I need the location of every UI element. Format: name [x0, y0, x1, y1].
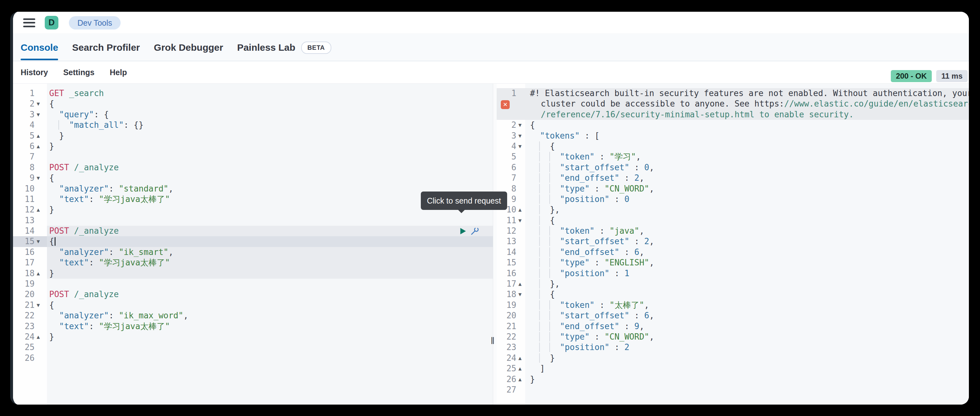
code-line[interactable]: 17▲ },: [497, 279, 969, 289]
gutter-cell: 17: [13, 257, 47, 268]
code-line[interactable]: 9▼{: [13, 173, 493, 183]
code-line[interactable]: 10▲ },: [497, 205, 969, 215]
code-line[interactable]: 3▼ "tokens" : [: [497, 131, 969, 141]
code-line[interactable]: 4 "match_all": {}: [13, 120, 493, 130]
code-line[interactable]: 8 "type" : "CN_WORD",: [497, 184, 969, 194]
code-line[interactable]: 2▼{: [497, 120, 969, 130]
code-line[interactable]: 8POST /_analyze: [13, 162, 493, 173]
code-line[interactable]: 19: [13, 279, 493, 289]
fold-toggle-icon[interactable]: ▲: [516, 279, 523, 289]
fold-spacer: [516, 247, 523, 257]
code-line[interactable]: 4▼ {: [497, 141, 969, 152]
request-options-button[interactable]: [470, 226, 480, 236]
code-line[interactable]: 19 "token" : "太棒了",: [497, 300, 969, 310]
fold-spacer: [35, 289, 42, 300]
line-number: 21: [25, 300, 35, 310]
code-line[interactable]: 20POST /_analyze: [13, 289, 493, 300]
line-number: 27: [506, 384, 516, 395]
menu-history[interactable]: History: [21, 68, 48, 77]
code-line[interactable]: 3▼ "query": {: [13, 110, 493, 120]
code-line[interactable]: 27: [497, 384, 969, 395]
code-line[interactable]: 15 "type" : "ENGLISH",: [497, 257, 969, 268]
fold-toggle-icon[interactable]: ▲: [516, 374, 523, 384]
fold-toggle-icon[interactable]: ▲: [35, 141, 42, 152]
fold-toggle-icon[interactable]: ▼: [35, 173, 42, 183]
send-request-button[interactable]: [458, 226, 468, 236]
code-line[interactable]: 2▼{: [13, 98, 493, 109]
code-line[interactable]: 18▼ {: [497, 289, 969, 300]
code-line[interactable]: 16 "analyzer": "ik_smart",: [13, 247, 493, 257]
fold-toggle-icon[interactable]: ▼: [516, 120, 523, 130]
fold-spacer: [35, 321, 42, 332]
code-line[interactable]: 1GET _search: [13, 88, 493, 98]
gutter-cell: 26: [13, 353, 47, 364]
code-line[interactable]: 13 "start_offset" : 2,: [497, 236, 969, 247]
status-code-badge: 200 - OK: [891, 70, 932, 82]
code-line[interactable]: 24▲ }: [497, 353, 969, 364]
tab-search-profiler[interactable]: Search Profiler: [72, 34, 140, 61]
code-line[interactable]: 18▲}: [13, 268, 493, 279]
code-line[interactable]: 14 "end_offset" : 6,: [497, 247, 969, 257]
fold-toggle-icon[interactable]: ▼: [516, 131, 523, 141]
code-line[interactable]: 12 "token" : "java",: [497, 226, 969, 236]
code-line[interactable]: 5▲ }: [13, 131, 493, 141]
code-line[interactable]: 5 "token" : "学习",: [497, 152, 969, 162]
fold-toggle-icon[interactable]: ▼: [516, 141, 523, 152]
code-line[interactable]: 7 "end_offset" : 2,: [497, 173, 969, 183]
code-line[interactable]: 6 "start_offset" : 0,: [497, 162, 969, 173]
code-line[interactable]: 9 "position" : 0: [497, 194, 969, 205]
menu-icon[interactable]: [23, 18, 35, 27]
tab-console[interactable]: Console: [21, 34, 58, 61]
code-line[interactable]: 23 "text": "学习java太棒了": [13, 321, 493, 332]
code-line[interactable]: 14POST /_analyze: [13, 226, 493, 236]
code-line[interactable]: 25▲ ]: [497, 364, 969, 374]
code-text: #! Elasticsearch built-in security featu…: [525, 88, 969, 120]
code-line[interactable]: 6▲}: [13, 141, 493, 152]
code-line[interactable]: 26: [13, 353, 493, 364]
fold-toggle-icon[interactable]: ▲: [35, 131, 42, 141]
code-line[interactable]: 22 "analyzer": "ik_max_word",: [13, 310, 493, 321]
menu-settings[interactable]: Settings: [63, 68, 95, 77]
fold-toggle-icon[interactable]: ▼: [516, 289, 523, 300]
fold-toggle-icon[interactable]: ▲: [35, 268, 42, 279]
code-line[interactable]: 7: [13, 152, 493, 162]
code-line[interactable]: 20 "start_offset" : 6,: [497, 310, 969, 321]
code-line[interactable]: 15▼{: [13, 236, 493, 247]
resize-handle-icon[interactable]: ‖: [491, 335, 495, 346]
tab-grok-debugger[interactable]: Grok Debugger: [154, 34, 223, 61]
code-line[interactable]: 21 "end_offset" : 9,: [497, 321, 969, 332]
fold-toggle-icon[interactable]: ▲: [516, 364, 523, 374]
fold-toggle-icon[interactable]: ▲: [35, 205, 42, 215]
code-text: {: [525, 120, 969, 130]
code-text: "start_offset" : 2,: [525, 236, 969, 247]
space-avatar[interactable]: D: [45, 16, 58, 30]
fold-toggle-icon[interactable]: ▲: [516, 353, 523, 364]
code-line[interactable]: 23 "position" : 2: [497, 342, 969, 352]
panel-resizer[interactable]: ‖: [493, 84, 497, 405]
fold-toggle-icon[interactable]: ▼: [35, 236, 42, 247]
code-line[interactable]: 17 "text": "学习java太棒了": [13, 257, 493, 268]
code-line[interactable]: 1✕#! Elasticsearch built-in security fea…: [497, 88, 969, 120]
response-editor[interactable]: 1✕#! Elasticsearch built-in security fea…: [497, 84, 969, 405]
request-editor[interactable]: 1GET _search2▼{3▼ "query": {4 "match_all…: [13, 84, 493, 405]
tab-painless-lab[interactable]: Painless Lab BETA: [237, 34, 331, 61]
code-line[interactable]: 22 "type" : "CN_WORD",: [497, 332, 969, 342]
fold-toggle-icon[interactable]: ▲: [35, 332, 42, 342]
gutter-cell: 18▲: [13, 268, 47, 279]
fold-toggle-icon[interactable]: ▼: [35, 300, 42, 310]
code-line[interactable]: 16 "position" : 1: [497, 268, 969, 279]
code-line[interactable]: 25: [13, 342, 493, 352]
code-line[interactable]: 13: [13, 215, 493, 226]
request-actions: [458, 226, 480, 236]
breadcrumb[interactable]: Dev Tools: [69, 16, 121, 30]
fold-toggle-icon[interactable]: ▼: [35, 110, 42, 120]
code-line[interactable]: 24▲}: [13, 332, 493, 342]
code-line[interactable]: 21▼{: [13, 300, 493, 310]
fold-toggle-icon[interactable]: ▼: [516, 215, 523, 226]
menu-help[interactable]: Help: [110, 68, 127, 77]
console-menubar: History Settings Help: [13, 61, 969, 83]
fold-toggle-icon[interactable]: ▼: [35, 98, 42, 109]
code-line[interactable]: 26▲}: [497, 374, 969, 384]
code-line[interactable]: 11▼ {: [497, 215, 969, 226]
fold-toggle-icon[interactable]: ▲: [516, 205, 523, 215]
